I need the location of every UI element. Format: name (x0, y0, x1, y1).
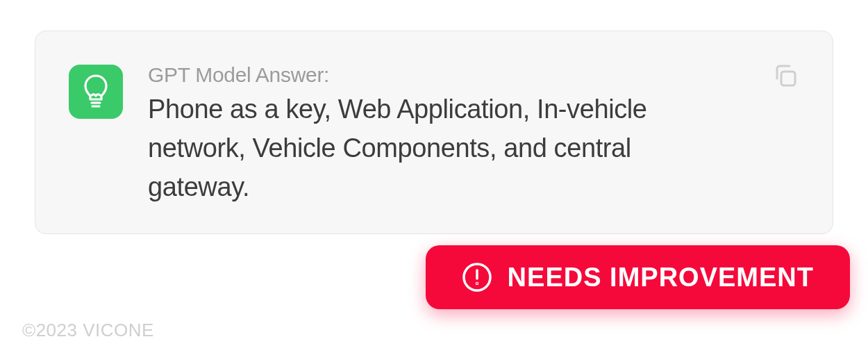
svg-rect-0 (781, 72, 795, 85)
status-text: NEEDS IMPROVEMENT (508, 263, 814, 293)
copy-icon (771, 62, 799, 90)
copyright-text: ©2023 VICONE (22, 320, 154, 341)
answer-text-block: GPT Model Answer: Phone as a key, Web Ap… (148, 63, 799, 207)
answer-label: GPT Model Answer: (148, 63, 730, 87)
svg-point-3 (476, 283, 477, 284)
answer-body: Phone as a key, Web Application, In-vehi… (148, 90, 730, 207)
status-badge: NEEDS IMPROVEMENT (426, 245, 850, 309)
lightbulb-icon (69, 65, 123, 119)
alert-icon (462, 262, 492, 293)
copy-button[interactable] (770, 60, 801, 91)
answer-card: GPT Model Answer: Phone as a key, Web Ap… (35, 31, 833, 234)
